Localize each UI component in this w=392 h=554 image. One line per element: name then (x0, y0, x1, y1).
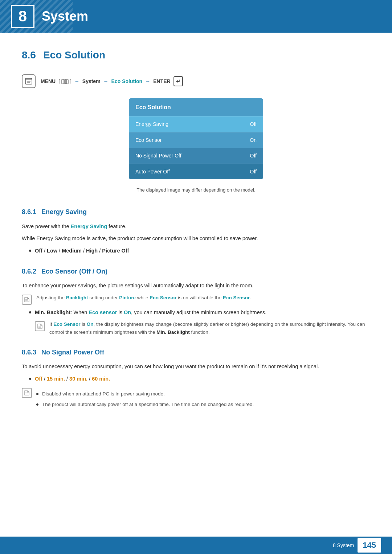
bullet-dot-5 (36, 403, 38, 406)
eco-sensor-note1-text: Adjusting the Backlight setting under Pi… (36, 294, 251, 302)
footer-text: 8 System (333, 541, 354, 549)
bullet-dot-3 (29, 378, 31, 380)
chapter-title: System (42, 6, 88, 27)
enter-label: ENTER (153, 77, 170, 85)
eco-panel-row-autopower[interactable]: Auto Power Off Off (129, 164, 263, 179)
nosignal-note-list: Disabled when an attached PC is in power… (36, 387, 254, 411)
menu-path: MENU [ ] → System → Eco Solution → ENTER… (22, 74, 370, 88)
subsection-861-number: 8.6.1 (22, 207, 36, 217)
nosignal-bullet: Off / 15 min. / 30 min. / 60 min. (29, 375, 370, 383)
footer-bar: 8 System 145 (0, 537, 392, 554)
subsection-862-number: 8.6.2 (22, 266, 36, 277)
panel-caption: The displayed image may differ depending… (22, 186, 370, 194)
subsection-861-title: Energy Saving (41, 207, 87, 217)
subsection-863-title: No Signal Power Off (41, 347, 104, 358)
nosignal-note-item-1: Disabled when an attached PC is in power… (36, 390, 254, 398)
section-heading: 8.6 Eco Solution (22, 47, 370, 63)
system-label: System (82, 77, 101, 85)
eco-sensor-min-backlight: Min. Backlight: When Eco sensor is On, y… (29, 308, 370, 317)
eco-sensor-note1: Adjusting the Backlight setting under Pi… (22, 294, 370, 305)
nosignal-body1: To avoid unnecessary energy consumption,… (22, 362, 370, 371)
eco-row-nosignal-label: No Signal Power Off (135, 152, 181, 160)
bullet-dot-2 (29, 311, 31, 313)
arrow-1: → (74, 77, 79, 85)
svg-rect-5 (65, 79, 66, 84)
chapter-number: 8 (11, 5, 34, 28)
nosignal-options: Off / 15 min. / 30 min. / 60 min. (35, 375, 110, 383)
subsection-862-heading: 8.6.2 Eco Sensor (Off / On) (22, 266, 370, 277)
nosignal-note-text-1: Disabled when an attached PC is in power… (42, 390, 165, 398)
main-content: 8.6 Eco Solution MENU [ ] → System → Eco… (0, 33, 392, 451)
subsection-863-number: 8.6.3 (22, 347, 36, 358)
energy-saving-body1: Save power with the Energy Saving featur… (22, 222, 370, 231)
eco-row-autopower-value: Off (250, 168, 257, 176)
eco-row-autopower-label: Auto Power Off (135, 168, 170, 176)
note-icon-2 (35, 321, 45, 331)
menu-icon (22, 74, 36, 88)
energy-saving-options: Off / Low / Medium / High / Picture Off (35, 247, 129, 255)
eco-row-sensor-label: Eco Sensor (135, 136, 162, 144)
subsection-863-heading: 8.6.3 No Signal Power Off (22, 347, 370, 358)
eco-sensor-note2: If Eco Sensor is On, the display brightn… (35, 320, 370, 336)
eco-panel-row-energy[interactable]: Energy Saving Off (129, 116, 263, 132)
eco-panel-row-sensor[interactable]: Eco Sensor On (129, 132, 263, 148)
eco-panel-row-nosignal[interactable]: No Signal Power Off Off (129, 148, 263, 163)
nosignal-note-item-2: The product will automatically power off… (36, 401, 254, 409)
subsection-861-heading: 8.6.1 Energy Saving (22, 207, 370, 217)
energy-saving-body2: While Energy Saving mode is active, the … (22, 234, 370, 243)
eco-sensor-note2-text: If Eco Sensor is On, the display brightn… (49, 320, 370, 336)
arrow-3: → (145, 77, 150, 85)
menu-label: MENU (41, 77, 56, 85)
footer-page: 145 (358, 538, 381, 552)
min-backlight-text: Min. Backlight: When Eco sensor is On, y… (35, 308, 266, 317)
nosignal-notes: Disabled when an attached PC is in power… (22, 387, 370, 411)
section-number: 8.6 (22, 47, 36, 63)
energy-saving-bullet: Off / Low / Medium / High / Picture Off (29, 247, 370, 255)
note-icon-1 (22, 295, 32, 305)
eco-row-energy-value: Off (250, 120, 257, 128)
section-title: Eco Solution (43, 47, 105, 63)
eco-panel-title: Eco Solution (129, 98, 263, 116)
eco-solution-panel: Eco Solution Energy Saving Off Eco Senso… (129, 98, 263, 179)
svg-rect-4 (62, 79, 64, 84)
eco-row-nosignal-value: Off (250, 152, 257, 160)
arrow-2: → (103, 77, 109, 85)
subsection-862-title: Eco Sensor (Off / On) (41, 266, 107, 277)
bullet-dot (29, 250, 31, 252)
svg-rect-6 (66, 79, 68, 84)
bullet-dot-4 (36, 393, 38, 395)
eco-sensor-body1: To enhance your power savings, the pictu… (22, 282, 370, 290)
eco-solution-label: Eco Solution (111, 77, 143, 85)
menu-brackets: [ ] (58, 77, 72, 85)
nosignal-note-text-2: The product will automatically power off… (42, 401, 254, 409)
subsection-863: 8.6.3 No Signal Power Off To avoid unnec… (22, 347, 370, 411)
enter-icon: ↵ (173, 76, 183, 86)
note-icon-3 (22, 388, 32, 398)
chapter-header: 8 System (0, 0, 392, 33)
subsection-862: 8.6.2 Eco Sensor (Off / On) To enhance y… (22, 266, 370, 336)
eco-row-energy-label: Energy Saving (135, 120, 168, 128)
subsection-861: 8.6.1 Energy Saving Save power with the … (22, 207, 370, 255)
eco-row-sensor-value: On (250, 136, 257, 144)
